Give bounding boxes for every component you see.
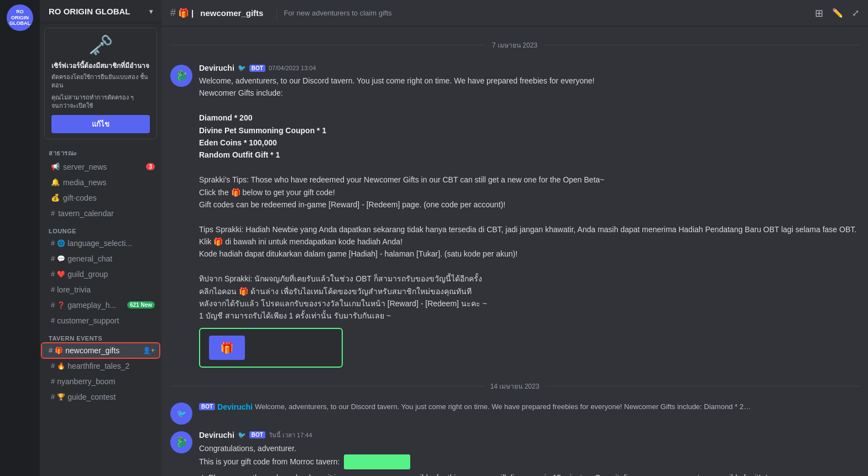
hash-icon4: # — [51, 270, 55, 278]
channel-item-media-news[interactable]: 🔔 media_news — [42, 175, 159, 190]
hash-icon-newcomer: # — [49, 346, 53, 354]
claim-gift-button[interactable]: 🎁 — [209, 336, 245, 360]
tips-en: Sprakki's Tips: Those who have redeemed … — [199, 175, 604, 184]
date-text-2: 14 เมษายน 2023 — [484, 381, 546, 391]
hash-icon8: # — [51, 362, 55, 370]
channel-sidebar: RO ORIGIN GLOBAL ▾ 🗝️ เซิร์ฟเวอร์นี้ต้อง… — [40, 0, 161, 476]
message-content-2: Deviruchi 🐦 BOT วันนี้ เวลา 17:44 Congra… — [199, 430, 859, 476]
channel-item-guild-group[interactable]: # ❤️ guild_group — [42, 267, 159, 281]
channel-item-gameplay[interactable]: # ❓ gameplay_h... 621 New — [42, 298, 159, 312]
hash-icon5: # — [51, 285, 55, 294]
bot-icon-small: 🐦 — [170, 402, 192, 425]
boost-desc: ตัดครองโดยใช้การยืนยันแบบสอง ชั้นตอน — [51, 73, 150, 90]
channel-item-gift-codes[interactable]: 💰 gift-codes — [42, 191, 159, 205]
gift-code-value — [344, 454, 410, 469]
boost-title: เซิร์ฟเวอร์นี้ต้องมีสมาชิกที่มีอำนาจ — [51, 60, 150, 71]
tips-id: Tips Sprakki: Hadiah Newbie yang Anda da… — [199, 225, 856, 234]
channel-item-nyanberry[interactable]: # nyanberry_boom — [42, 374, 159, 389]
section-label-lounge: LOUNGE — [40, 221, 161, 236]
channel-item-general-chat[interactable]: # 💬 general_chat — [42, 252, 159, 266]
date-divider-1: 7 เมษายน 2023 — [161, 35, 868, 55]
main-content: # 🎁 | newcomer_gifts For new adventurers… — [161, 0, 868, 476]
bot-badge-1: BOT — [249, 65, 265, 72]
avatar-2: 🐉 — [170, 431, 192, 453]
channel-item-language[interactable]: # 🌐 language_selecti... — [42, 236, 159, 250]
expand-icon[interactable]: ⤢ — [852, 8, 859, 18]
key-icon: 🗝️ — [51, 34, 150, 57]
date-text-1: 7 เมษายน 2023 — [485, 40, 544, 50]
channel-name-newcomer: newcomer_gifts — [65, 346, 143, 355]
author-emoji-2: 🐦 — [238, 431, 246, 439]
author-name-2: Deviruchi — [199, 431, 234, 440]
channel-name: general_chat — [67, 254, 155, 263]
channel-name: server_news — [63, 163, 146, 171]
channel-item-newcomer-gifts[interactable]: # 🎁 newcomer_gifts 👤+ — [42, 343, 159, 358]
hashtag-action-icon[interactable]: ⊞ — [815, 7, 823, 19]
message-header-1: Deviruchi 🐦 BOT 07/04/2023 13:04 — [199, 64, 859, 72]
channel-name: tavern_calendar — [58, 209, 155, 218]
message-group-1: 🐉 Deviruchi 🐦 BOT 07/04/2023 13:04 Welco… — [161, 59, 868, 372]
server-icon[interactable]: RO ORIGIN GLOBAL — [7, 4, 33, 31]
channel-description: For new adventurers to claim gifts — [284, 9, 391, 17]
channel-item-guide-contest[interactable]: # 🏆 guide_contest — [42, 390, 159, 404]
badge-server-news: 3 — [146, 163, 155, 170]
globe-icon: 🌐 — [57, 239, 65, 247]
hash-icon: # — [51, 209, 55, 217]
tips-th2: คลิกไอคอน 🎁 ด้านล่าง เพื่อรับไอเทมโค้ดขอ… — [199, 287, 472, 296]
hash-icon-header: # — [170, 7, 176, 19]
section-label-tavern-events: TAVERN EVENTS — [40, 328, 161, 343]
top-bar-actions: ⊞ ✏️ ⤢ — [815, 7, 859, 19]
message-header-2: Deviruchi 🐦 BOT วันนี้ เวลา 17:44 — [199, 430, 859, 440]
author-name-1: Deviruchi — [199, 64, 234, 72]
channel-item-server-news[interactable]: 📢 server_news 3 — [42, 160, 159, 174]
channel-name: lore_trivia — [57, 285, 155, 294]
messages-area[interactable]: 7 เมษายน 2023 🐉 Deviruchi 🐦 BOT 07/04/20… — [161, 27, 868, 476]
channel-item-hearthfire[interactable]: # 🔥 hearthfire_tales_2 — [42, 359, 159, 373]
add-member-icon[interactable]: 👤+ — [143, 347, 155, 354]
message-compact-2: 🐦 BOT Deviruchi Welcome, adventurers, to… — [161, 400, 868, 427]
preview-text: Welcome, adventurers, to our Discord tav… — [255, 402, 752, 411]
channel-item-lore-trivia[interactable]: # lore_trivia — [42, 283, 159, 297]
question-icon: ❓ — [57, 301, 65, 309]
tips-id2: Klik 🎁 di bawah ini untuk mendapatkan ko… — [199, 237, 402, 246]
author-preview: Deviruchi — [217, 402, 253, 411]
message-text-2: Congratulations, adventurer. This is you… — [199, 442, 859, 476]
chevron-down-icon: ▾ — [149, 8, 153, 15]
coins-icon: 💰 — [51, 193, 60, 202]
compact-content: BOT Deviruchi Welcome, adventurers, to o… — [199, 402, 859, 412]
hash-icon10: # — [51, 393, 55, 401]
fix-button[interactable]: แก้ไข — [51, 115, 150, 133]
boost-desc2: คุณไม่สามารถทำการตัดครอง ๆ จนกว่าจะเปิดใ… — [51, 93, 150, 111]
gift-eden: Eden Coins * 100,000 — [199, 137, 859, 149]
tips-en3: Gift codes can be redeemed in-game [Rewa… — [199, 200, 505, 209]
server-header[interactable]: RO ORIGIN GLOBAL ▾ — [40, 0, 161, 23]
tips-en2: Click the 🎁 below to get your gift code! — [199, 188, 335, 197]
timestamp-1: 07/04/2023 13:04 — [269, 65, 316, 71]
trophy-icon: 🏆 — [57, 393, 65, 401]
channel-name: gift-codes — [63, 193, 155, 202]
hash-icon6: # — [51, 301, 55, 309]
message-content-1: Deviruchi 🐦 BOT 07/04/2023 13:04 Welcome… — [199, 64, 859, 368]
hash-icon7: # — [51, 316, 55, 325]
channel-item-customer-support[interactable]: # customer_support — [42, 313, 159, 328]
author-emoji-1: 🐦 — [238, 64, 246, 72]
fire-icon: 🔥 — [57, 362, 65, 370]
gift-pet: Divine Pet Summoning Coupon * 1 — [199, 124, 859, 137]
channel-name: gameplay_h... — [67, 301, 127, 310]
channel-name: media_news — [63, 178, 155, 187]
chat-icon: 💬 — [57, 255, 65, 263]
channel-name: guild_group — [67, 270, 155, 279]
tips-id3: Kode hadiah dapat ditukarkan dalam game … — [199, 249, 517, 258]
channel-item-tavern-calendar[interactable]: # tavern_calendar — [42, 206, 159, 221]
section-label-public: สาธารณะ — [40, 144, 161, 159]
tips-th3: หลังจากได้รับแล้ว โปรดแลกรับของรางวัลในเ… — [199, 299, 487, 308]
channel-fullname-header: newcomer_gifts — [200, 8, 263, 18]
gift-emoji-header: 🎁 — [178, 8, 189, 18]
avatar-1: 🐉 — [170, 65, 192, 87]
edit-icon[interactable]: ✏️ — [832, 8, 843, 18]
congrats-line: Congratulations, adventurer. — [199, 444, 296, 453]
hash-icon3: # — [51, 254, 55, 263]
gift-outfit: Random Outfit Gift * 1 — [199, 149, 859, 161]
channel-name: guide_contest — [67, 393, 155, 401]
bot-badge-2: BOT — [249, 431, 265, 438]
